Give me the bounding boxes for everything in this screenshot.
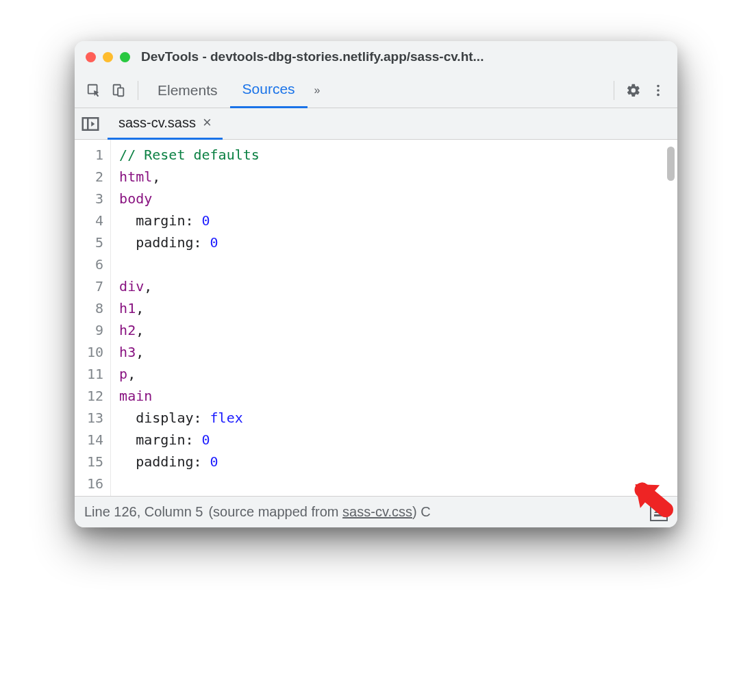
- navigator-toggle-icon[interactable]: [80, 114, 101, 134]
- close-window-button[interactable]: [86, 52, 96, 62]
- svg-rect-6: [83, 118, 99, 130]
- device-toggle-icon[interactable]: [106, 78, 131, 103]
- tab-elements[interactable]: Elements: [145, 73, 230, 108]
- close-tab-icon[interactable]: ×: [203, 114, 212, 132]
- svg-rect-2: [118, 88, 123, 96]
- gear-icon[interactable]: [621, 78, 646, 103]
- inspect-element-icon[interactable]: [82, 78, 106, 103]
- coverage-icon[interactable]: [650, 503, 668, 521]
- titlebar: DevTools - devtools-dbg-stories.netlify.…: [75, 41, 677, 73]
- code-content[interactable]: // Reset defaultshtml,body margin: 0 pad…: [111, 140, 677, 496]
- file-tab-bar: sass-cv.sass ×: [75, 108, 677, 140]
- more-menu-icon[interactable]: [646, 78, 670, 103]
- source-map-link[interactable]: sass-cv.css: [342, 504, 412, 519]
- file-tab[interactable]: sass-cv.sass ×: [108, 108, 223, 140]
- devtools-window: DevTools - devtools-dbg-stories.netlify.…: [75, 41, 677, 527]
- file-tab-name: sass-cv.sass: [118, 115, 196, 131]
- separator: [138, 81, 138, 100]
- maximize-window-button[interactable]: [120, 52, 130, 62]
- scrollbar-thumb[interactable]: [667, 147, 675, 181]
- svg-point-3: [657, 84, 660, 87]
- source-map-info: (source mapped from sass-cv.css) C: [208, 504, 430, 520]
- code-editor[interactable]: 12345678910111213141516 // Reset default…: [75, 140, 677, 496]
- separator: [614, 81, 614, 100]
- main-toolbar: Elements Sources »: [75, 73, 677, 108]
- cursor-position: Line 126, Column 5: [84, 504, 203, 520]
- line-gutter: 12345678910111213141516: [75, 140, 111, 496]
- status-bar: Line 126, Column 5 (source mapped from s…: [75, 496, 677, 527]
- svg-point-4: [657, 89, 660, 92]
- window-controls: [86, 52, 130, 62]
- overflow-tabs-icon[interactable]: »: [314, 84, 321, 97]
- svg-point-5: [657, 93, 660, 96]
- tab-sources[interactable]: Sources: [230, 73, 308, 108]
- window-title: DevTools - devtools-dbg-stories.netlify.…: [141, 49, 666, 64]
- minimize-window-button[interactable]: [103, 52, 113, 62]
